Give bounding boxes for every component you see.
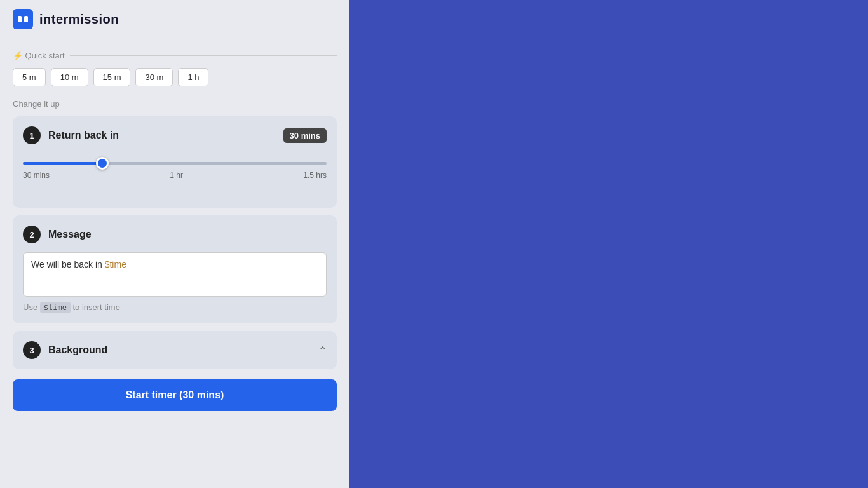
hint-suffix: to insert time xyxy=(71,302,120,312)
quick-start-10m[interactable]: 10 m xyxy=(51,68,88,86)
change-section-label: Change it up xyxy=(13,99,60,109)
svg-rect-0 xyxy=(18,16,22,22)
slider-wrapper: 30 mins 1 hr 1.5 hrs xyxy=(23,156,327,195)
quick-start-5m[interactable]: 5 m xyxy=(13,68,46,86)
step3-badge: 3 xyxy=(23,341,41,359)
step2-header: 2 Message xyxy=(23,226,327,243)
left-panel: intermission ⚡ Quick start 5 m 10 m 15 m… xyxy=(0,0,349,488)
step3-card: 3 Background ⌃ xyxy=(13,331,337,369)
slider-container: 30 mins 1 hr 1.5 hrs xyxy=(23,153,327,198)
step1-card: 1 Return back in 30 mins 30 mins 1 hr 1.… xyxy=(13,116,337,208)
slider-label-1-5hrs: 1.5 hrs xyxy=(303,171,327,180)
quick-start-line xyxy=(70,55,337,56)
quick-start-label: ⚡ Quick start xyxy=(13,51,65,60)
right-panel xyxy=(349,0,868,488)
svg-rect-1 xyxy=(24,16,28,22)
quick-start-15m[interactable]: 15 m xyxy=(93,68,131,86)
step2-title: Message xyxy=(48,229,327,240)
step3-header[interactable]: 3 Background ⌃ xyxy=(13,331,337,369)
start-timer-button[interactable]: Start timer (30 mins) xyxy=(13,379,337,411)
quick-start-divider: ⚡ Quick start xyxy=(13,51,337,60)
quick-start-1h[interactable]: 1 h xyxy=(178,68,208,86)
time-slider[interactable] xyxy=(23,162,327,165)
chevron-down-icon: ⌃ xyxy=(318,344,327,356)
step1-header: 1 Return back in 30 mins xyxy=(23,126,327,144)
quick-start-buttons: 5 m 10 m 15 m 30 m 1 h xyxy=(13,68,337,86)
slider-label-1hr: 1 hr xyxy=(170,171,183,180)
app-header: intermission xyxy=(0,0,349,38)
time-variable: $time xyxy=(105,259,126,269)
step3-title: Background xyxy=(48,344,311,356)
slider-labels: 30 mins 1 hr 1.5 hrs xyxy=(23,171,327,180)
change-section-line xyxy=(65,104,337,104)
quick-start-30m[interactable]: 30 m xyxy=(135,68,173,86)
main-content: ⚡ Quick start 5 m 10 m 15 m 30 m 1 h Cha… xyxy=(0,38,349,488)
app-title: intermission xyxy=(39,12,119,27)
message-textarea[interactable]: We will be back in $time xyxy=(23,252,327,297)
change-section-divider: Change it up xyxy=(13,99,337,109)
hint-code: $time xyxy=(40,302,71,313)
message-hint: Use $time to insert time xyxy=(23,302,327,313)
step2-card: 2 Message We will be back in $time Use $… xyxy=(13,215,337,323)
app-logo xyxy=(13,9,33,29)
step1-badge: 1 xyxy=(23,126,41,144)
step1-time-badge: 30 mins xyxy=(283,128,327,143)
step2-badge: 2 xyxy=(23,226,41,243)
hint-prefix: Use xyxy=(23,302,40,312)
slider-label-30m: 30 mins xyxy=(23,171,50,180)
step1-title: Return back in xyxy=(48,130,276,141)
